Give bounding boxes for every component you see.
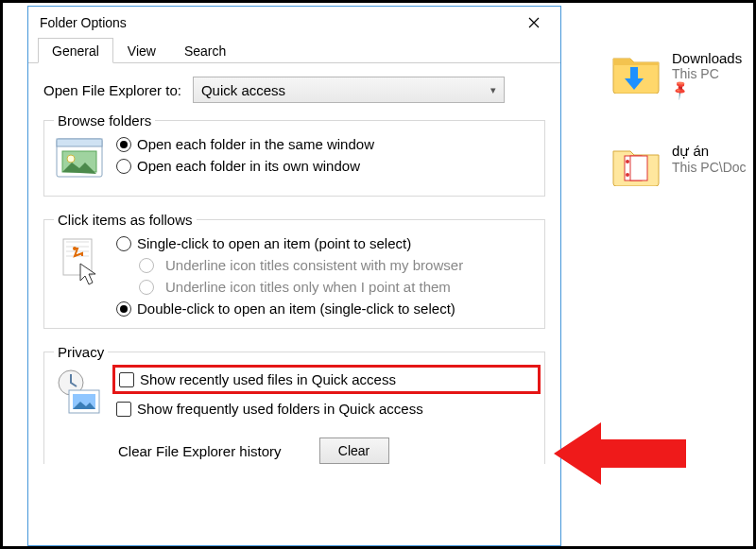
radio-input[interactable]: [116, 236, 131, 251]
svg-rect-0: [630, 67, 638, 78]
radio-single-click[interactable]: Single-click to open an item (point to s…: [116, 235, 535, 251]
privacy-group: Privacy Show recently used: [43, 344, 545, 464]
privacy-legend: Privacy: [54, 344, 108, 360]
titlebar: Folder Options: [28, 7, 560, 39]
tab-general[interactable]: General: [38, 38, 113, 63]
browse-folders-group: Browse folders Open each folder in the s…: [43, 112, 545, 197]
radio-double-click[interactable]: Double-click to open an item (single-cli…: [116, 300, 535, 317]
radio-input: [139, 258, 154, 273]
radio-input[interactable]: [116, 301, 131, 317]
folder-icon: [611, 50, 661, 94]
svg-rect-2: [630, 156, 647, 180]
click-items-group: Click items as follows: [43, 212, 545, 329]
checkbox-input[interactable]: [116, 402, 131, 417]
highlight-box: Show recently used files in Quick access: [112, 365, 541, 394]
privacy-illustration-icon: [54, 368, 105, 421]
svg-point-8: [67, 155, 75, 163]
explorer-item-downloads[interactable]: Downloads This PC 📌: [611, 50, 742, 97]
radio-input[interactable]: [116, 137, 131, 152]
dropdown-value: Quick access: [201, 82, 285, 98]
click-illustration-icon: [54, 235, 105, 293]
svg-point-3: [626, 160, 629, 163]
dialog-title: Folder Options: [40, 15, 513, 30]
close-button[interactable]: [513, 9, 555, 37]
browse-legend: Browse folders: [54, 112, 155, 129]
checkbox-input[interactable]: [119, 372, 134, 387]
tab-view[interactable]: View: [113, 38, 170, 63]
annotation-arrow-icon: [554, 420, 686, 487]
open-explorer-dropdown[interactable]: Quick access ▾: [193, 77, 505, 103]
svg-marker-14: [554, 422, 686, 485]
explorer-item-sub: This PC\Doc: [672, 160, 747, 175]
clear-history-label: Clear File Explorer history: [118, 443, 282, 459]
click-legend: Click items as follows: [54, 212, 197, 228]
clear-button[interactable]: Clear: [319, 437, 389, 464]
tab-search[interactable]: Search: [170, 38, 240, 63]
radio-input: [139, 280, 154, 295]
check-frequent-folders[interactable]: Show frequently used folders in Quick ac…: [116, 401, 535, 417]
pin-icon: 📌: [669, 78, 691, 100]
tabstrip: General View Search: [28, 37, 560, 63]
browse-illustration-icon: [54, 136, 105, 184]
check-recent-files[interactable]: Show recently used files in Quick access: [119, 371, 532, 387]
svg-rect-6: [57, 139, 102, 146]
folder-icon: [611, 143, 661, 186]
radio-input[interactable]: [116, 159, 131, 174]
explorer-item-sub: This PC: [672, 66, 742, 81]
folder-options-dialog: Folder Options General View Search Open …: [27, 6, 561, 546]
radio-underline-browser: Underline icon titles consistent with my…: [139, 257, 535, 273]
chevron-down-icon: ▾: [490, 84, 496, 96]
explorer-item-duan[interactable]: dự án This PC\Doc: [611, 143, 747, 186]
explorer-item-name: Downloads: [672, 50, 742, 66]
open-explorer-label: Open File Explorer to:: [43, 82, 181, 98]
explorer-item-name: dự án: [672, 143, 747, 160]
radio-own-window[interactable]: Open each folder in its own window: [116, 158, 535, 174]
radio-underline-point: Underline icon titles only when I point …: [139, 279, 535, 295]
svg-point-4: [626, 173, 629, 177]
radio-same-window[interactable]: Open each folder in the same window: [116, 136, 535, 152]
svg-point-10: [73, 247, 77, 250]
